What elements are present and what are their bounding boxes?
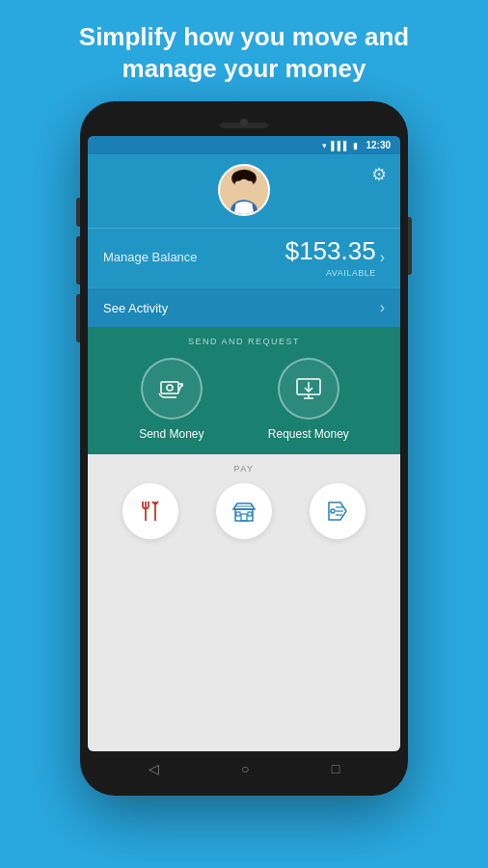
- svg-rect-18: [235, 509, 253, 521]
- home-button[interactable]: ○: [241, 761, 249, 776]
- svg-rect-20: [236, 512, 240, 516]
- status-time: 12:30: [366, 140, 391, 150]
- balance-section: Manage Balance $153.35 AVAILABLE ›: [88, 228, 400, 287]
- recent-button[interactable]: □: [332, 761, 339, 776]
- balance-chevron-icon: ›: [380, 249, 385, 266]
- balance-amount: $153.35: [285, 236, 376, 266]
- see-activity-button[interactable]: See Activity ›: [88, 287, 400, 327]
- back-button[interactable]: ◁: [149, 761, 159, 776]
- wifi-icon: ▾: [322, 141, 327, 150]
- pay-section: PAY: [88, 454, 400, 751]
- pay-ticket-button[interactable]: [310, 483, 366, 539]
- see-activity-label: See Activity: [103, 301, 168, 315]
- manage-balance-label: Manage Balance: [103, 250, 198, 264]
- tagline: Simplify how you move and manage your mo…: [0, 0, 488, 101]
- screen: ▾ ▌▌▌ ▮ 12:30 ⚙: [88, 136, 400, 751]
- send-request-title: SEND AND REQUEST: [88, 327, 400, 352]
- battery-icon: ▮: [353, 141, 358, 150]
- svg-rect-7: [161, 382, 178, 393]
- svg-rect-19: [241, 514, 247, 521]
- activity-chevron-icon: ›: [380, 299, 385, 316]
- svg-rect-21: [248, 512, 252, 516]
- pay-restaurant-button[interactable]: [122, 483, 178, 539]
- send-request-section: SEND AND REQUEST: [88, 327, 400, 454]
- balance-available-label: AVAILABLE: [285, 268, 376, 278]
- phone-nav-bar: ◁ ○ □: [88, 751, 400, 786]
- settings-button[interactable]: ⚙: [371, 164, 387, 185]
- avatar[interactable]: [218, 164, 270, 216]
- pay-title: PAY: [88, 454, 400, 479]
- svg-point-5: [245, 172, 256, 180]
- request-money-button[interactable]: Request Money: [268, 358, 349, 441]
- app-header: ⚙: [88, 154, 400, 228]
- send-money-button[interactable]: Send Money: [139, 358, 203, 441]
- svg-point-23: [331, 509, 335, 513]
- send-money-label: Send Money: [139, 427, 203, 441]
- status-bar: ▾ ▌▌▌ ▮ 12:30: [88, 136, 400, 154]
- request-money-label: Request Money: [268, 427, 349, 441]
- pay-store-button[interactable]: [216, 483, 272, 539]
- phone-shell: ▾ ▌▌▌ ▮ 12:30 ⚙: [80, 101, 408, 796]
- signal-icon: ▌▌▌: [331, 141, 349, 150]
- svg-point-8: [167, 385, 173, 391]
